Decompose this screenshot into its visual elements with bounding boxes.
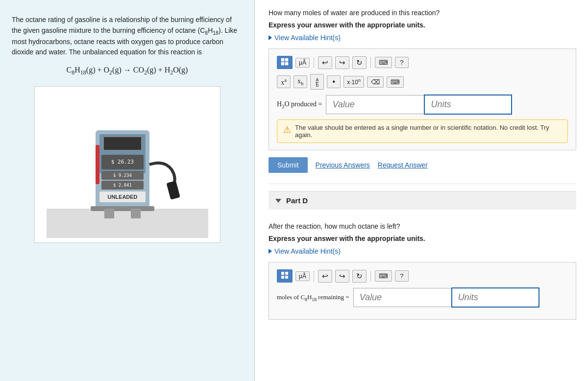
part-d-title: Part D: [286, 196, 308, 205]
left-panel: The octane rating of gasoline is a relat…: [0, 0, 255, 381]
svg-rect-5: [104, 137, 141, 150]
scientific-notation-button[interactable]: x·10n: [343, 76, 364, 88]
svg-rect-18: [131, 209, 141, 218]
part-d-grid-icon: [281, 271, 289, 279]
backspace-button[interactable]: ⌫: [367, 76, 384, 88]
svg-rect-23: [281, 272, 284, 275]
previous-answers-button[interactable]: Previous Answers: [316, 161, 370, 169]
description-text: The octane rating of gasoline is a relat…: [12, 15, 243, 58]
part-d-undo-button[interactable]: ↩: [318, 270, 332, 283]
warning-icon: ⚠: [283, 124, 291, 135]
part-d-redo-button[interactable]: ↪: [335, 270, 349, 283]
part-d-toolbar: μÅ ↩ ↪ ↻ ⌨ ?: [277, 269, 568, 283]
svg-rect-25: [281, 276, 284, 279]
part-d-help-button[interactable]: ?: [395, 270, 409, 282]
part-d-collapse-icon: [275, 199, 281, 203]
part-d-section: After the reaction, how much octane is l…: [269, 218, 576, 320]
input-row: H2O produced =: [277, 95, 568, 115]
hint-arrow-icon: [269, 35, 272, 40]
redo-button[interactable]: ↪: [335, 56, 349, 69]
section-divider: [269, 184, 576, 184]
math-toolbar-2: xa xb a b • x·10n ⌫ ⌨: [277, 74, 568, 90]
warning-message: ⚠ The value should be entered as a singl…: [277, 119, 568, 143]
math-toolbar: μÅ ↩ ↪ ↻ ⌨ ?: [277, 56, 568, 69]
svg-rect-19: [281, 58, 284, 61]
grid-icon: [281, 58, 289, 66]
answer-box: μÅ ↩ ↪ ↻ ⌨ ? xa xb a: [269, 48, 576, 150]
part-d-units-input[interactable]: [451, 287, 539, 308]
submit-button[interactable]: Submit: [269, 157, 308, 173]
svg-rect-26: [285, 276, 288, 279]
part-d-header[interactable]: Part D: [269, 191, 576, 210]
keyboard-button-2[interactable]: ⌨: [387, 76, 404, 88]
dot-button[interactable]: •: [327, 75, 341, 88]
svg-rect-24: [285, 272, 288, 275]
svg-text:UNLEADED: UNLEADED: [107, 194, 137, 200]
part-d-answer-box: μÅ ↩ ↪ ↻ ⌨ ? moles of C8H18 remaining =: [269, 262, 576, 320]
part-d-mu-a-button[interactable]: μÅ: [295, 271, 310, 281]
gas-station-svg: $ 26.23 $ 9.234 $ 2.841 UNLEADED: [47, 91, 208, 238]
submit-row: Submit Previous Answers Request Answer: [269, 157, 576, 173]
undo-button[interactable]: ↩: [318, 56, 332, 69]
hint-label: View Available Hint(s): [274, 34, 341, 42]
units-input[interactable]: [424, 95, 512, 115]
svg-rect-1: [47, 209, 208, 238]
right-panel: How many moles of water are produced in …: [255, 0, 588, 381]
grid-icon-button[interactable]: [277, 56, 293, 69]
part-d-value-input[interactable]: [353, 288, 451, 307]
fraction-button[interactable]: a b: [310, 74, 324, 90]
equation: C8H18(g) + O2(g) → CO2(g) + H2O(g): [12, 66, 243, 76]
part-d-question: After the reaction, how much octane is l…: [269, 221, 576, 232]
svg-text:$ 26.23: $ 26.23: [111, 159, 133, 165]
help-button[interactable]: ?: [395, 57, 409, 68]
input-label: H2O produced =: [277, 100, 322, 109]
part-d-keyboard-button[interactable]: ⌨: [375, 270, 392, 282]
part-d-input-label: moles of C8H18 remaining =: [277, 293, 349, 302]
part-d-refresh-button[interactable]: ↻: [352, 270, 367, 283]
part-d-grid-button[interactable]: [277, 269, 293, 283]
part-d-hint-link[interactable]: View Available Hint(s): [269, 247, 576, 255]
svg-rect-21: [281, 62, 284, 65]
keyboard-button[interactable]: ⌨: [375, 57, 392, 68]
svg-rect-22: [285, 62, 288, 65]
svg-rect-16: [91, 206, 154, 211]
subscript-button[interactable]: xb: [294, 75, 307, 88]
part-d-hint-arrow-icon: [269, 249, 272, 254]
part-d-sep-2: [370, 271, 371, 282]
part-d-instruction: Express your answer with the appropriate…: [269, 235, 576, 242]
gas-station-image: $ 26.23 $ 9.234 $ 2.841 UNLEADED: [34, 86, 220, 243]
svg-text:$ 2.841: $ 2.841: [113, 183, 132, 188]
instruction-text: Express your answer with the appropriate…: [269, 21, 576, 29]
superscript-button[interactable]: xa: [277, 75, 291, 89]
toolbar-separator-1: [314, 57, 314, 68]
question-text: How many moles of water are produced in …: [269, 8, 576, 18]
toolbar-separator-2: [370, 57, 371, 68]
svg-rect-15: [96, 145, 99, 184]
part-d-input-row: moles of C8H18 remaining =: [277, 287, 568, 308]
svg-text:$ 9.234: $ 9.234: [113, 173, 132, 178]
part-d-hint-label: View Available Hint(s): [274, 247, 341, 255]
svg-rect-17: [104, 209, 114, 218]
request-answer-button[interactable]: Request Answer: [378, 161, 428, 169]
refresh-button[interactable]: ↻: [352, 56, 367, 69]
mu-a-button[interactable]: μÅ: [295, 58, 310, 68]
warning-text: The value should be entered as a single …: [295, 124, 562, 139]
part-d-sep-1: [314, 271, 314, 282]
hint-link[interactable]: View Available Hint(s): [269, 34, 576, 42]
value-input[interactable]: [326, 95, 424, 114]
svg-rect-20: [285, 58, 288, 61]
